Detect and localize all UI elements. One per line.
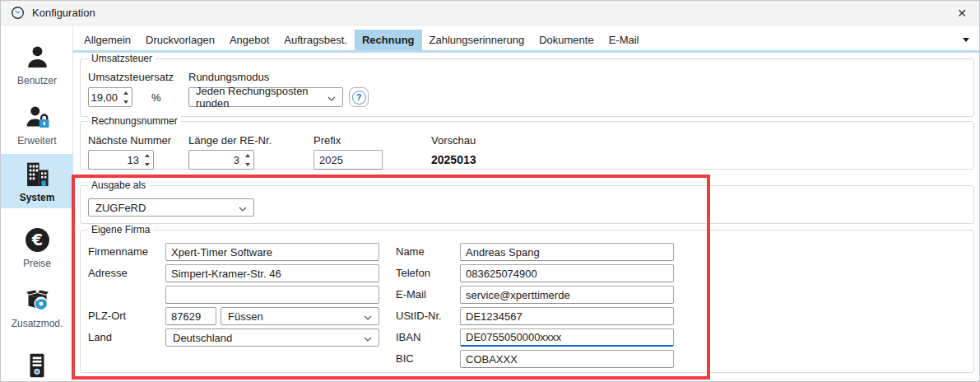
firmenname-label: Firmenname bbox=[88, 245, 148, 258]
prefix-input[interactable] bbox=[314, 150, 383, 170]
sidebar-item-erweitert[interactable]: Erweitert bbox=[1, 100, 73, 148]
sidebar-item-bottom[interactable] bbox=[1, 343, 73, 382]
spin-down-button[interactable] bbox=[241, 160, 253, 169]
sidebar-item-label: Zusatzmod. bbox=[12, 318, 63, 329]
laenge-label: Länge der RE-Nr. bbox=[188, 134, 272, 147]
umsatzsteuersatz-spinner bbox=[88, 87, 132, 107]
land-value: Deutschland bbox=[173, 332, 232, 344]
sidebar-item-system[interactable]: System bbox=[1, 154, 73, 208]
sidebar-item-zusatzmod[interactable]: Zusatzmod. bbox=[1, 283, 73, 331]
adresse-label: Adresse bbox=[88, 267, 128, 279]
sidebar-item-preise[interactable]: € Preise bbox=[1, 223, 73, 271]
group-legend: Ausgabe als bbox=[88, 179, 149, 192]
adresse2-input[interactable] bbox=[165, 286, 379, 304]
naechste-nummer-input[interactable] bbox=[89, 151, 141, 169]
tab-auftragsbest[interactable]: Auftragsbest. bbox=[276, 30, 355, 50]
name-label: Name bbox=[396, 245, 425, 258]
spin-up-button[interactable] bbox=[241, 151, 253, 160]
telefon-label: Telefon bbox=[396, 267, 430, 279]
adresse-input[interactable] bbox=[165, 264, 379, 282]
euro-icon: € bbox=[22, 225, 52, 254]
titlebar: Konfiguration ✕ bbox=[1, 1, 979, 26]
spin-down-button[interactable] bbox=[119, 97, 132, 106]
group-legend: Umsatzsteuer bbox=[88, 53, 156, 65]
telefon-input[interactable] bbox=[460, 264, 674, 282]
ausgabe-format-value: ZUGFeRD bbox=[95, 202, 146, 214]
user-icon bbox=[22, 42, 52, 72]
iban-label: IBAN bbox=[396, 331, 420, 343]
land-select[interactable]: Deutschland bbox=[165, 328, 379, 347]
spin-down-button[interactable] bbox=[141, 160, 153, 169]
clock-icon bbox=[11, 6, 25, 20]
naechste-nummer-label: Nächste Nummer bbox=[88, 134, 171, 147]
ustid-input[interactable] bbox=[460, 307, 674, 325]
iban-input[interactable] bbox=[460, 328, 674, 347]
chevron-down-icon bbox=[327, 91, 336, 104]
rundungsmodus-select[interactable]: Jeden Rechungsposten runden bbox=[188, 87, 343, 107]
laenge-input[interactable] bbox=[189, 151, 241, 169]
group-ausgabe-als: Ausgabe als ZUGFeRD bbox=[80, 185, 974, 224]
tab-druckvorlagen[interactable]: Druckvorlagen bbox=[138, 30, 222, 50]
building-icon bbox=[22, 159, 52, 189]
chevron-down-icon bbox=[364, 332, 372, 344]
ausgabe-format-select[interactable]: ZUGFeRD bbox=[88, 198, 254, 217]
group-legend: Rechnungsnummer bbox=[88, 115, 181, 128]
tab-rechnung[interactable]: Rechnung bbox=[355, 30, 422, 50]
tab-angebot[interactable]: Angebot bbox=[222, 30, 276, 50]
chevron-down-icon bbox=[364, 310, 372, 323]
rundungsmodus-value: Jeden Rechungsposten runden bbox=[196, 85, 327, 109]
email-input[interactable] bbox=[460, 286, 674, 304]
prefix-label: Prefix bbox=[314, 134, 341, 147]
spin-up-button[interactable] bbox=[141, 151, 153, 160]
group-rechnungsnummer: Rechnungsnummer Nächste Nummer Länge der… bbox=[80, 121, 974, 170]
user-lock-icon bbox=[22, 102, 52, 132]
server-tower-icon bbox=[22, 351, 52, 380]
close-button[interactable]: ✕ bbox=[945, 1, 979, 26]
ort-select[interactable]: Füssen bbox=[221, 307, 379, 325]
tab-allgemein[interactable]: Allgemein bbox=[77, 30, 138, 50]
naechste-nummer-spinner bbox=[88, 150, 154, 170]
bic-label: BIC bbox=[396, 352, 414, 365]
group-legend: Eigene Firma bbox=[88, 224, 153, 236]
plz-ort-label: PLZ-Ort bbox=[88, 310, 126, 322]
land-label: Land bbox=[88, 331, 112, 343]
addon-box-cd-icon bbox=[22, 285, 52, 314]
sidebar-item-label: Benutzer bbox=[17, 75, 57, 86]
ustid-label: UStID-Nr. bbox=[396, 310, 442, 322]
umsatzsteuersatz-label: Umsatzsteuersatz bbox=[88, 71, 174, 83]
tab-bar: Allgemein Druckvorlagen Angebot Auftrags… bbox=[73, 30, 647, 50]
spin-up-button[interactable] bbox=[119, 88, 132, 97]
sidebar-item-benutzer[interactable]: Benutzer bbox=[1, 40, 73, 88]
rundungsmodus-label: Rundungsmodus bbox=[188, 71, 269, 83]
group-eigene-firma: Eigene Firma Firmenname Adresse PLZ-Ort … bbox=[80, 230, 974, 373]
sidebar-item-label: Erweitert bbox=[17, 135, 56, 147]
tab-email[interactable]: E-Mail bbox=[601, 30, 647, 50]
laenge-spinner bbox=[188, 150, 254, 170]
chevron-down-icon bbox=[239, 202, 247, 214]
name-input[interactable] bbox=[460, 243, 674, 261]
bic-input[interactable] bbox=[460, 350, 674, 368]
email-label: E-Mail bbox=[396, 288, 426, 300]
tab-zahlungserinnerung[interactable]: Zahlungserinnerung bbox=[422, 30, 532, 50]
tab-dokumente[interactable]: Dokumente bbox=[532, 30, 601, 50]
question-mark-icon: ? bbox=[352, 91, 366, 105]
sidebar-item-label: Preise bbox=[23, 258, 51, 269]
tab-overflow-dropdown-icon[interactable] bbox=[963, 38, 969, 42]
firmenname-input[interactable] bbox=[165, 243, 379, 261]
help-button[interactable]: ? bbox=[349, 87, 369, 107]
sidebar: Benutzer Erweitert bbox=[1, 26, 73, 382]
vorschau-value: 2025013 bbox=[431, 153, 476, 166]
group-umsatzsteuer: Umsatzsteuer Umsatzsteuersatz % Rundungs… bbox=[80, 58, 974, 117]
window-title: Konfiguration bbox=[32, 7, 95, 19]
sidebar-item-label: System bbox=[20, 192, 55, 203]
svg-text:€: € bbox=[30, 230, 42, 249]
konfiguration-window: Konfiguration ✕ Benutzer Erweitert bbox=[0, 0, 980, 382]
vorschau-label: Vorschau bbox=[431, 134, 476, 147]
umsatzsteuersatz-input[interactable] bbox=[89, 88, 119, 106]
plz-input[interactable] bbox=[165, 307, 216, 325]
tab-underline bbox=[73, 50, 980, 53]
percent-label: % bbox=[151, 91, 161, 104]
ort-value: Füssen bbox=[228, 310, 263, 323]
